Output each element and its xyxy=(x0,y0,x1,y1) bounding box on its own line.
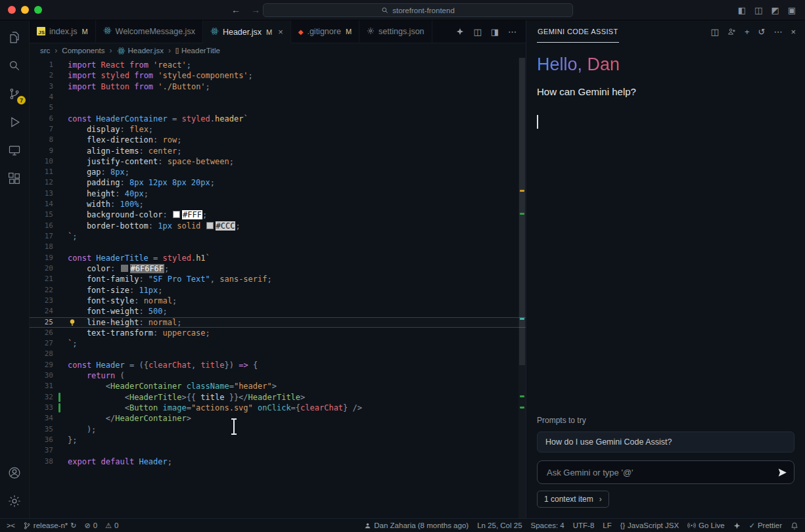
code-line[interactable]: 37 xyxy=(30,445,526,456)
gemini-input[interactable] xyxy=(545,467,777,478)
line-number[interactable]: 10 xyxy=(30,156,53,167)
problems-warnings[interactable]: ⚠0 xyxy=(105,521,118,529)
go-live[interactable]: Go Live xyxy=(687,521,725,529)
line-number[interactable]: 28 xyxy=(30,349,53,359)
code-line[interactable]: 5 xyxy=(30,102,526,113)
code-line[interactable]: 34 </HeaderContainer> xyxy=(30,413,526,424)
code-line[interactable]: 17`; xyxy=(30,231,526,242)
line-number[interactable]: 7 xyxy=(30,124,53,135)
code-line[interactable]: 35 ); xyxy=(30,424,526,435)
layout-columns-icon[interactable]: ◫ xyxy=(754,5,762,15)
line-number[interactable]: 12 xyxy=(30,177,53,188)
breadcrumb-item[interactable]: Header.jsx xyxy=(117,47,164,55)
more-actions-icon[interactable]: ⋯ xyxy=(508,28,517,36)
code-line[interactable]: 18 xyxy=(30,242,526,252)
line-number[interactable]: 22 xyxy=(30,285,53,296)
gemini-sparkle-icon[interactable] xyxy=(456,28,464,35)
code-line[interactable]: 14 width: 100%; xyxy=(30,199,526,210)
history-icon[interactable]: ↺ xyxy=(758,28,766,36)
send-icon[interactable] xyxy=(777,468,787,477)
tab-gitignore[interactable]: ◆.gitignoreM xyxy=(291,20,359,43)
layout-rows-icon[interactable]: ◩ xyxy=(771,5,779,15)
encoding[interactable]: UTF-8 xyxy=(573,521,595,529)
layout-panel-icon[interactable]: ▣ xyxy=(788,5,796,15)
tab-settings-json[interactable]: settings.json xyxy=(359,20,432,43)
line-number[interactable]: 24 xyxy=(30,306,53,317)
breadcrumb[interactable]: src›Components›Header.jsx›[]HeaderTitle xyxy=(30,43,526,58)
gemini-status[interactable] xyxy=(733,522,741,529)
line-number[interactable]: 14 xyxy=(30,199,53,210)
panel-title[interactable]: GEMINI CODE ASSIST xyxy=(537,20,619,43)
eol[interactable]: LF xyxy=(603,521,611,529)
code-line[interactable]: 36}; xyxy=(30,435,526,445)
breadcrumb-item[interactable]: Components xyxy=(62,47,104,55)
back-icon[interactable]: ← xyxy=(231,5,241,15)
line-number[interactable]: 3 xyxy=(30,81,53,92)
code-line[interactable]: 10 justify-content: space-between; xyxy=(30,156,526,167)
explorer-icon[interactable] xyxy=(7,30,22,45)
line-number[interactable]: 2 xyxy=(30,70,53,81)
code-line[interactable]: 7 display: flex; xyxy=(30,124,526,135)
accounts-icon[interactable] xyxy=(7,465,22,481)
code-line[interactable]: 6const HeaderContainer = styled.header` xyxy=(30,114,526,124)
line-number[interactable]: 11 xyxy=(30,167,53,177)
line-number[interactable]: 25 xyxy=(30,317,53,328)
minimize-window-button[interactable] xyxy=(21,6,29,14)
line-number[interactable]: 16 xyxy=(30,221,53,231)
layout-grid-icon[interactable]: ◧ xyxy=(738,5,746,15)
line-number[interactable]: 33 xyxy=(30,403,53,413)
branch-button[interactable]: release-n*↻ xyxy=(23,521,77,530)
line-number[interactable]: 23 xyxy=(30,296,53,306)
line-number[interactable]: 27 xyxy=(30,338,53,349)
search-icon[interactable] xyxy=(7,58,22,74)
cursor-position[interactable]: Ln 25, Col 25 xyxy=(477,521,522,529)
code-line[interactable]: 4 xyxy=(30,92,526,102)
code-line[interactable]: 31 <HeaderContainer className="header"> xyxy=(30,381,526,391)
line-number[interactable]: 6 xyxy=(30,114,53,124)
code-line[interactable]: 13 height: 40px; xyxy=(30,188,526,199)
notifications[interactable] xyxy=(791,521,798,530)
source-control-icon[interactable]: 7 xyxy=(7,86,22,102)
code-line[interactable]: 30 return ( xyxy=(30,370,526,381)
code-line[interactable]: 2import styled from 'styled-components'; xyxy=(30,70,526,81)
line-number[interactable]: 13 xyxy=(30,188,53,199)
line-number[interactable]: 34 xyxy=(30,413,53,424)
line-number[interactable]: 5 xyxy=(30,102,53,113)
prettier[interactable]: ✓Prettier xyxy=(749,521,782,529)
indentation[interactable]: Spaces: 4 xyxy=(531,521,564,529)
line-number[interactable]: 20 xyxy=(30,263,53,274)
line-number[interactable]: 9 xyxy=(30,146,53,156)
context-items-button[interactable]: 1 context item › xyxy=(537,491,609,508)
line-number[interactable]: 31 xyxy=(30,381,53,391)
code-line[interactable]: 20 color: #6F6F6F; xyxy=(30,263,526,274)
more-icon[interactable]: ⋯ xyxy=(773,28,782,36)
zoom-window-button[interactable] xyxy=(34,6,42,14)
settings-gear-icon[interactable] xyxy=(7,493,22,509)
close-icon[interactable]: × xyxy=(278,27,283,37)
layout-toggle-icon[interactable]: ◨ xyxy=(491,28,499,36)
color-swatch[interactable] xyxy=(173,211,180,218)
tab-welcome-message[interactable]: WelcomeMessage.jsx xyxy=(96,20,203,43)
forward-icon[interactable]: → xyxy=(251,5,260,15)
line-number[interactable]: 1 xyxy=(30,60,53,70)
code-line[interactable]: 25 line-height: normal; xyxy=(30,317,526,328)
code-line[interactable]: 27`; xyxy=(30,338,526,349)
line-number[interactable]: 26 xyxy=(30,328,53,338)
tab-index-js[interactable]: JSindex.jsM xyxy=(30,20,96,43)
close-icon[interactable]: × xyxy=(791,28,796,36)
code-line[interactable]: 11 gap: 8px; xyxy=(30,167,526,177)
language-mode[interactable]: {}JavaScript JSX xyxy=(620,521,679,529)
color-swatch[interactable] xyxy=(121,265,128,272)
breadcrumb-item[interactable]: src xyxy=(40,47,50,55)
line-number[interactable]: 21 xyxy=(30,274,53,284)
code-line[interactable]: 12 padding: 8px 12px 8px 20px; xyxy=(30,177,526,188)
code-line[interactable]: 21 font-family: "SF Pro Text", sans-seri… xyxy=(30,274,526,284)
problems-errors[interactable]: ⊘0 xyxy=(85,521,98,529)
line-number[interactable]: 37 xyxy=(30,445,53,456)
line-number[interactable]: 19 xyxy=(30,253,53,263)
line-number[interactable]: 17 xyxy=(30,231,53,242)
code-line[interactable]: 19const HeaderTitle = styled.h1` xyxy=(30,253,526,263)
line-number[interactable]: 35 xyxy=(30,424,53,435)
line-number[interactable]: 15 xyxy=(30,210,53,220)
code-line[interactable]: 1import React from 'react'; xyxy=(30,60,526,70)
